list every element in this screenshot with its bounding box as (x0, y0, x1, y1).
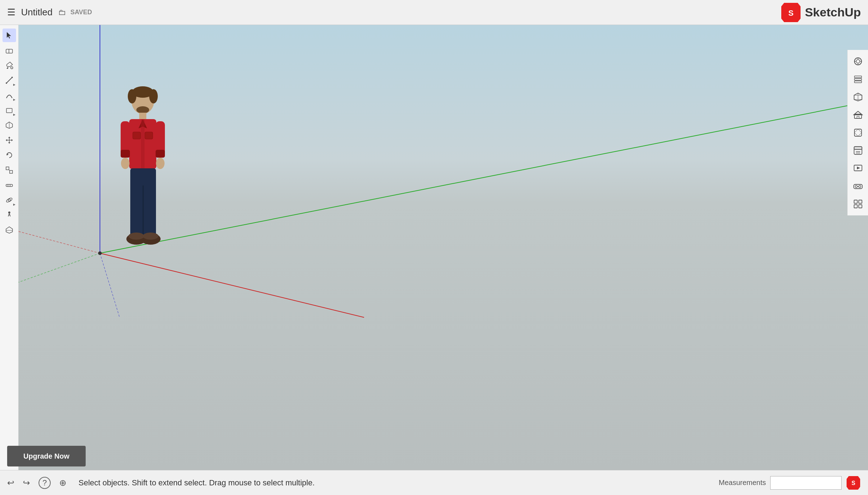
tool-arrow: ▶ (13, 83, 15, 86)
paint-icon (5, 61, 13, 69)
tool-arrow-arc: ▶ (13, 98, 15, 101)
scale-tool[interactable] (2, 163, 16, 177)
saved-badge: SAVED (70, 9, 92, 16)
upgrade-now-button[interactable]: Upgrade Now (7, 446, 86, 466)
sketchup-logo-text: SketchUp (805, 5, 861, 19)
svg-marker-45 (6, 139, 7, 141)
svg-rect-19 (141, 119, 145, 169)
undo-button[interactable]: ↩ (7, 478, 14, 488)
tool-arrow-orbit: ▶ (13, 203, 15, 206)
scenes-button[interactable] (850, 160, 866, 176)
document-title: Untitled (21, 7, 52, 18)
svg-line-35 (6, 77, 12, 83)
svg-rect-14 (139, 113, 146, 120)
folder-icon[interactable]: 🗀 (58, 8, 66, 17)
geo-location-button[interactable]: ⊕ (59, 478, 66, 488)
svg-text:S: S (788, 9, 794, 17)
section-plane-tool[interactable] (2, 223, 16, 237)
svg-point-34 (11, 67, 13, 69)
svg-point-56 (8, 199, 10, 201)
svg-line-7 (100, 253, 120, 317)
svg-rect-18 (145, 132, 153, 139)
extension-icon (853, 199, 863, 209)
svg-line-4 (100, 253, 364, 317)
sketchup-bottom-logo: S (846, 475, 861, 490)
svg-rect-89 (854, 205, 857, 208)
rotate-tool[interactable] (2, 148, 16, 162)
vr-button[interactable] (850, 178, 866, 194)
select-tool[interactable] (2, 29, 16, 42)
svg-rect-88 (859, 200, 862, 203)
svg-rect-76 (854, 129, 862, 136)
sketchup-logo-icon: S (781, 2, 801, 23)
tape-measure-tool[interactable] (2, 178, 16, 192)
styles-icon (853, 56, 863, 66)
svg-rect-38 (6, 108, 12, 113)
components-icon (853, 92, 863, 102)
arc-tool[interactable]: ▶ (2, 88, 16, 102)
menu-icon[interactable]: ☰ (7, 7, 15, 18)
paint-tool[interactable] (2, 58, 16, 72)
tape-icon (5, 181, 13, 189)
shape-tool[interactable]: ▶ (2, 103, 16, 117)
svg-point-37 (11, 77, 13, 78)
eraser-tool[interactable] (2, 44, 16, 57)
svg-marker-43 (8, 137, 10, 138)
solid-inspector-button[interactable] (850, 125, 866, 141)
measurements-input[interactable] (770, 476, 842, 490)
bottom-bar: ↩ ↪ ? ⊕ Select objects. Shift to extend … (0, 470, 868, 495)
redo-button[interactable]: ↪ (23, 478, 30, 488)
svg-point-85 (859, 185, 861, 188)
sketchup-logo: S SketchUp (781, 2, 861, 23)
status-text: Select objects. Shift to extend select. … (79, 478, 315, 488)
orbit-icon (5, 196, 13, 204)
svg-point-61 (856, 60, 860, 63)
svg-rect-48 (6, 167, 9, 170)
help-button[interactable]: ? (39, 477, 51, 489)
svg-marker-44 (8, 142, 10, 144)
svg-rect-66 (854, 76, 862, 78)
svg-point-31 (143, 233, 158, 240)
styles-panel-button[interactable] (850, 53, 866, 69)
svg-marker-47 (7, 153, 9, 155)
select-icon (5, 31, 13, 39)
svg-rect-87 (854, 200, 857, 203)
svg-marker-82 (857, 167, 860, 169)
shape-icon (5, 106, 13, 114)
layers-icon (853, 74, 863, 84)
measurements-area: Measurements S (719, 475, 861, 490)
extension-button[interactable] (850, 196, 866, 212)
svg-point-36 (6, 82, 7, 84)
svg-point-11 (128, 89, 136, 103)
orbit-tool[interactable]: ▶ (2, 193, 16, 207)
layers-panel-button[interactable] (850, 71, 866, 87)
svg-point-24 (121, 158, 130, 169)
svg-rect-67 (854, 78, 862, 80)
right-toolbar (847, 50, 868, 215)
line-icon (5, 76, 13, 84)
svg-rect-90 (859, 205, 862, 208)
svg-point-25 (156, 158, 165, 169)
svg-marker-46 (11, 139, 13, 141)
vr-icon (853, 181, 863, 191)
arc-icon (5, 91, 13, 99)
svg-rect-68 (854, 81, 862, 83)
rotate-icon (5, 151, 13, 159)
pushpull-icon (5, 121, 13, 129)
line-tool[interactable]: ▶ (2, 73, 16, 87)
walk-tool[interactable] (2, 208, 16, 222)
canvas-area[interactable] (0, 25, 868, 470)
human-figure (111, 86, 175, 253)
entity-info-button[interactable] (850, 143, 866, 158)
svg-line-3 (100, 102, 868, 253)
solid-icon (853, 128, 863, 138)
section-icon (5, 226, 13, 234)
warehouse-button[interactable] (850, 107, 866, 123)
move-icon (5, 136, 13, 144)
components-panel-button[interactable] (850, 89, 866, 105)
svg-rect-49 (10, 170, 12, 173)
svg-marker-58 (6, 227, 12, 233)
move-tool[interactable] (2, 133, 16, 147)
push-pull-tool[interactable] (2, 118, 16, 132)
svg-point-55 (6, 197, 13, 203)
